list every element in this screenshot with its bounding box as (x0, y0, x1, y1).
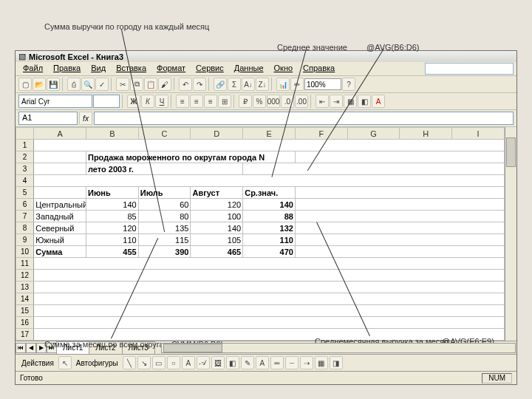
preview-icon[interactable]: 🔍 (81, 78, 95, 91)
menu-data[interactable]: Данные (230, 63, 268, 75)
linecolor-icon[interactable]: ✎ (241, 356, 254, 369)
arrow-icon[interactable]: ↘ (137, 356, 151, 369)
vertical-scrollbar[interactable] (505, 127, 516, 341)
col-d[interactable]: D (191, 128, 243, 140)
formula-bar-row: A1 fx (16, 110, 516, 127)
oval-icon[interactable]: ○ (167, 356, 180, 369)
undo-icon[interactable]: ↶ (179, 78, 192, 91)
indent-dec-icon[interactable]: ⇤ (316, 95, 329, 108)
select-all[interactable] (16, 128, 34, 140)
open-icon[interactable]: 📂 (33, 78, 46, 91)
menu-help[interactable]: Справка (299, 63, 339, 75)
italic-icon[interactable]: К (141, 95, 154, 108)
col-a[interactable]: A (34, 128, 86, 140)
tab-nav-prev[interactable]: ◀ (26, 343, 36, 353)
comma-icon[interactable]: 000 (267, 95, 280, 108)
col-f[interactable]: F (295, 128, 347, 140)
draw-autoshapes[interactable]: Автофигуры (73, 359, 121, 367)
fontcolor-icon[interactable]: A (256, 356, 269, 369)
currency-icon[interactable]: ₽ (239, 95, 252, 108)
menu-edit[interactable]: Правка (49, 63, 85, 75)
underline-icon[interactable]: Ч (155, 95, 168, 108)
align-right-icon[interactable]: ≡ (204, 95, 217, 108)
excel-window: ▧ Microsoft Excel - Книга3 Файл Правка В… (15, 50, 517, 385)
save-icon[interactable]: 💾 (47, 78, 60, 91)
row-12: 12 (16, 270, 505, 282)
rect-icon[interactable]: ▭ (152, 356, 166, 369)
pointer-icon[interactable]: ↖ (58, 356, 72, 369)
annot-avg-formula: @AVG(B6:D6) (366, 43, 419, 52)
col-headers: A B C D E F G H I (16, 128, 505, 140)
row-5: 5 Июнь Июль Август Ср.знач. (16, 187, 505, 199)
menu-file[interactable]: Файл (18, 63, 47, 75)
clipart-icon[interactable]: 🖼 (211, 356, 225, 369)
align-center-icon[interactable]: ≡ (190, 95, 203, 108)
fmt-painter-icon[interactable]: 🖌 (158, 78, 171, 91)
print-icon[interactable]: ⎙ (67, 78, 81, 91)
format-toolbar: Arial Cyr Ж К Ч ≡ ≡ ≡ ⊞ ₽ % 000 .0 .00 ⇤… (16, 93, 516, 110)
col-c[interactable]: C (138, 128, 191, 140)
status-ready: Готово (20, 374, 43, 382)
row-14: 14 (16, 293, 505, 305)
arrowstyle-icon[interactable]: ⇢ (300, 356, 313, 369)
help-icon[interactable]: ? (342, 78, 355, 91)
figure-caption: Пример расчетов с помощью электронной та… (0, 391, 532, 399)
fill-color-icon[interactable]: ◧ (358, 95, 371, 108)
zoom-combo[interactable]: 100% (304, 78, 341, 90)
paste-icon[interactable]: 📋 (144, 78, 157, 91)
col-h[interactable]: H (400, 128, 452, 140)
draw-actions[interactable]: Действия (18, 359, 57, 367)
wordart-icon[interactable]: 𝒜 (197, 356, 210, 369)
fx-button[interactable]: fx (79, 112, 92, 125)
dec-dec-icon[interactable]: .00 (295, 95, 308, 108)
cell-title[interactable]: Продажа мороженного по округам города N (86, 151, 295, 163)
new-icon[interactable]: ▢ (18, 78, 32, 91)
chart-icon[interactable]: 📊 (276, 78, 290, 91)
name-box[interactable]: A1 (18, 112, 78, 125)
size-combo[interactable] (93, 95, 120, 108)
row-2: 2Продажа мороженного по округам города N (16, 151, 505, 163)
status-bar: Готово NUM (16, 371, 516, 384)
merge-icon[interactable]: ⊞ (218, 95, 231, 108)
sort-asc-icon[interactable]: A↓ (242, 78, 255, 91)
col-g[interactable]: G (347, 128, 400, 140)
formula-bar[interactable] (94, 112, 514, 125)
link-icon[interactable]: 🔗 (214, 78, 227, 91)
menu-tools[interactable]: Сервис (191, 63, 228, 75)
standard-toolbar: ▢ 📂 💾 ⎙ 🔍 ✓ ✂ ⧉ 📋 🖌 ↶ ↷ 🔗 Σ A↓ Z↓ 📊 ✏ 10… (16, 76, 516, 93)
cut-icon[interactable]: ✂ (116, 78, 129, 91)
status-num: NUM (482, 373, 512, 383)
menu-window[interactable]: Окно (270, 63, 298, 75)
menubar: Файл Правка Вид Вставка Формат Сервис Да… (16, 62, 516, 76)
bold-icon[interactable]: Ж (127, 95, 140, 108)
textbox-icon[interactable]: A (182, 356, 195, 369)
linestyle-icon[interactable]: ═ (270, 356, 284, 369)
help-search-input[interactable] (425, 63, 514, 75)
align-left-icon[interactable]: ≡ (176, 95, 189, 108)
fill-icon[interactable]: ◧ (226, 356, 239, 369)
spell-icon[interactable]: ✓ (95, 78, 109, 91)
font-combo[interactable]: Arial Cyr (18, 95, 92, 108)
menu-format[interactable]: Формат (152, 63, 190, 75)
indent-inc-icon[interactable]: ⇥ (330, 95, 343, 108)
sum-icon[interactable]: Σ (228, 78, 241, 91)
redo-icon[interactable]: ↷ (193, 78, 206, 91)
tab-nav-first[interactable]: ⏮ (16, 343, 26, 353)
horizontal-scrollbar[interactable] (161, 343, 516, 353)
shadow-icon[interactable]: ▦ (315, 356, 328, 369)
row-11: 11 (16, 258, 505, 270)
worksheet-grid[interactable]: A B C D E F G H I 1 2Продажа мороженного… (16, 127, 505, 341)
col-b[interactable]: B (86, 128, 138, 140)
col-e[interactable]: E (243, 128, 296, 140)
menu-view[interactable]: Вид (86, 63, 110, 75)
row-16: 16 (16, 317, 505, 329)
row-10: 10 Сумма 455 390 465 470 (16, 246, 505, 258)
3d-icon[interactable]: ◨ (330, 356, 343, 369)
dash-icon[interactable]: ┄ (285, 356, 299, 369)
percent-icon[interactable]: % (253, 95, 266, 108)
sort-desc-icon[interactable]: Z↓ (256, 78, 269, 91)
col-i[interactable]: I (452, 128, 505, 140)
line-icon[interactable]: ╲ (123, 356, 136, 369)
cell-subtitle[interactable]: лето 2003 г. (86, 163, 242, 175)
font-color-icon[interactable]: A (372, 95, 385, 108)
